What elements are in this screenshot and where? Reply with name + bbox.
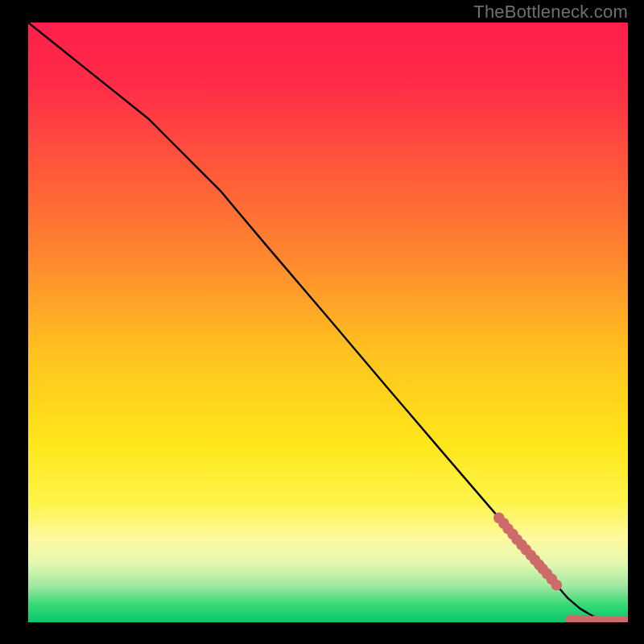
plot-area bbox=[28, 23, 628, 622]
gradient-background bbox=[28, 23, 628, 622]
highlight-upper-point bbox=[551, 580, 563, 591]
chart-svg bbox=[28, 23, 628, 622]
watermark-text: TheBottleneck.com bbox=[473, 2, 628, 23]
chart-frame: TheBottleneck.com bbox=[0, 0, 644, 644]
